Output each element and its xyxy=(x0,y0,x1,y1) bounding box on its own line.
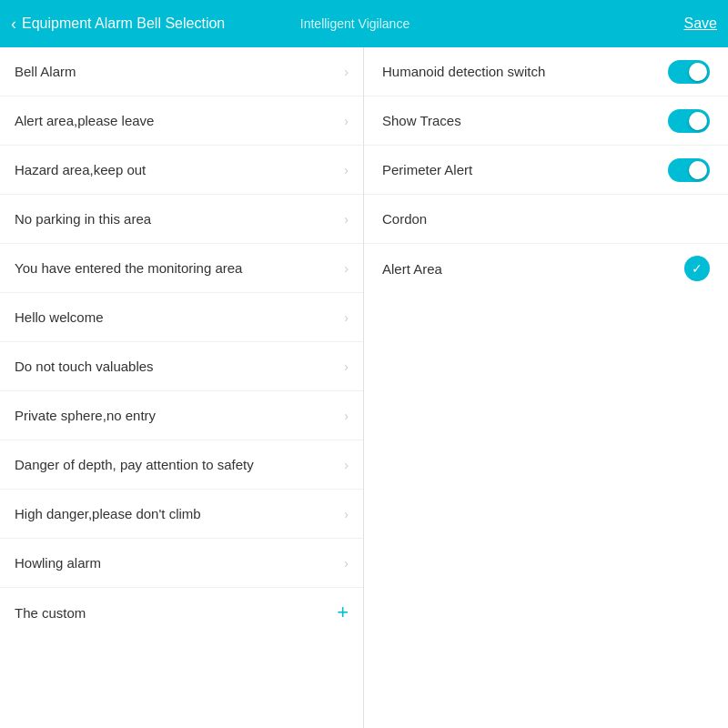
list-item-label: No parking in this area xyxy=(15,211,151,227)
chevron-right-icon: › xyxy=(344,261,349,276)
check-icon: ✓ xyxy=(684,256,710,281)
list-item-label: Hello welcome xyxy=(15,309,104,325)
save-button[interactable]: Save xyxy=(684,15,717,32)
header-subtitle: Intelligent Vigilance xyxy=(300,16,410,31)
chevron-right-icon: › xyxy=(344,114,349,128)
list-item-label: The custom xyxy=(15,605,86,621)
chevron-right-icon: › xyxy=(344,212,349,227)
chevron-right-icon: › xyxy=(344,409,349,423)
chevron-right-icon: › xyxy=(344,65,349,79)
list-item[interactable]: Do not touch valuables› xyxy=(0,342,363,391)
chevron-right-icon: › xyxy=(344,310,349,325)
setting-label: Alert Area xyxy=(382,261,442,277)
setting-label: Perimeter Alert xyxy=(382,162,472,177)
chevron-right-icon: › xyxy=(344,163,349,177)
list-item-label: High danger,please don't climb xyxy=(15,506,201,521)
setting-row: Cordon xyxy=(364,195,728,244)
list-item-label: Do not touch valuables xyxy=(15,359,154,374)
toggle-thumb xyxy=(689,63,707,81)
left-panel: Bell Alarm›Alert area,please leave›Hazar… xyxy=(0,47,364,728)
list-item[interactable]: High danger,please don't climb› xyxy=(0,490,363,539)
list-item-label: Alert area,please leave xyxy=(15,113,154,128)
chevron-right-icon: › xyxy=(344,556,349,571)
setting-row[interactable]: Humanoid detection switch xyxy=(364,47,728,96)
list-item-label: Hazard area,keep out xyxy=(15,162,146,177)
chevron-right-icon: › xyxy=(344,458,349,472)
header-title: Equipment Alarm Bell Selection xyxy=(22,15,296,32)
setting-label: Cordon xyxy=(382,211,427,227)
list-item[interactable]: Hazard area,keep out› xyxy=(0,146,363,195)
list-item-label: You have entered the monitoring area xyxy=(15,260,242,276)
toggle-switch[interactable] xyxy=(668,158,710,182)
setting-row[interactable]: Alert Area✓ xyxy=(364,244,728,293)
list-item[interactable]: Private sphere,no entry› xyxy=(0,391,363,440)
toggle-thumb xyxy=(689,161,707,179)
list-item[interactable]: No parking in this area› xyxy=(0,195,363,244)
toggle-thumb xyxy=(689,112,707,130)
list-item[interactable]: The custom+ xyxy=(0,588,363,637)
list-item[interactable]: Howling alarm› xyxy=(0,539,363,588)
list-item[interactable]: Alert area,please leave› xyxy=(0,96,363,146)
list-item-label: Danger of depth, pay attention to safety xyxy=(15,457,254,472)
setting-row[interactable]: Perimeter Alert xyxy=(364,146,728,195)
right-panel: Humanoid detection switchShow TracesPeri… xyxy=(364,47,728,728)
setting-label: Show Traces xyxy=(382,113,461,128)
toggle-switch[interactable] xyxy=(668,60,710,84)
list-item-label: Howling alarm xyxy=(15,555,101,571)
list-item-label: Private sphere,no entry xyxy=(15,408,156,423)
toggle-switch[interactable] xyxy=(668,109,710,133)
back-button[interactable]: ‹ xyxy=(11,15,16,34)
main-content: Bell Alarm›Alert area,please leave›Hazar… xyxy=(0,47,728,728)
setting-label: Humanoid detection switch xyxy=(382,64,545,79)
app-header: ‹ Equipment Alarm Bell Selection Intelli… xyxy=(0,0,728,47)
list-item-label: Bell Alarm xyxy=(15,64,76,79)
list-item[interactable]: Danger of depth, pay attention to safety… xyxy=(0,440,363,490)
list-item[interactable]: You have entered the monitoring area› xyxy=(0,244,363,293)
list-item[interactable]: Hello welcome› xyxy=(0,293,363,342)
add-icon[interactable]: + xyxy=(337,601,349,624)
list-item[interactable]: Bell Alarm› xyxy=(0,47,363,96)
setting-row[interactable]: Show Traces xyxy=(364,96,728,146)
chevron-right-icon: › xyxy=(344,507,349,521)
chevron-right-icon: › xyxy=(344,359,349,374)
